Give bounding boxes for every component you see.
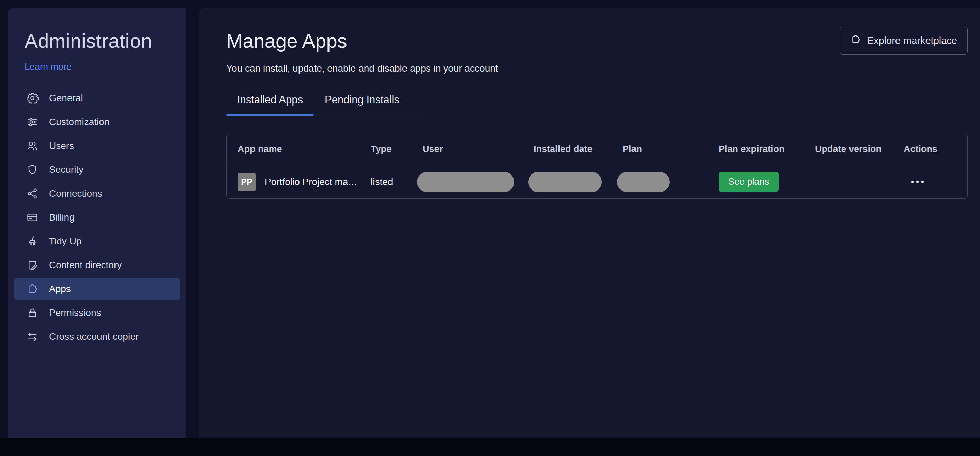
sidebar-item-tidy-up[interactable]: Tidy Up bbox=[14, 230, 180, 252]
credit-card-icon bbox=[26, 211, 39, 224]
redacted-plan-pill bbox=[617, 172, 670, 192]
app-avatar: PP bbox=[237, 173, 256, 191]
learn-more-link[interactable]: Learn more bbox=[24, 62, 72, 72]
sidebar-item-label: Content directory bbox=[49, 260, 122, 271]
cell-plan bbox=[612, 172, 708, 192]
app-type-text: listed bbox=[371, 177, 393, 187]
main-content: Manage Apps You can install, update, ena… bbox=[199, 8, 980, 438]
ellipsis-icon[interactable] bbox=[911, 181, 924, 183]
explore-marketplace-label: Explore marketplace bbox=[867, 35, 957, 46]
explore-marketplace-button[interactable]: Explore marketplace bbox=[840, 27, 968, 54]
table-row: PP Portfolio Project ma… listed See plan… bbox=[227, 165, 967, 198]
cell-type: listed bbox=[360, 177, 412, 187]
column-header-update-version: Update version bbox=[804, 144, 893, 155]
tab-installed-apps[interactable]: Installed Apps bbox=[226, 94, 314, 115]
cell-installed-date bbox=[523, 172, 612, 192]
sidebar-item-label: Tidy Up bbox=[49, 236, 81, 247]
apps-table: App name Type User Installed date Plan P… bbox=[226, 133, 968, 199]
cell-app-name: PP Portfolio Project ma… bbox=[227, 173, 360, 191]
cell-plan-expiration: See plans bbox=[708, 172, 804, 191]
column-header-actions: Actions bbox=[893, 144, 967, 155]
shield-icon bbox=[26, 163, 39, 176]
sidebar-item-general[interactable]: General bbox=[14, 87, 180, 109]
broom-icon bbox=[26, 235, 39, 248]
sidebar-item-billing[interactable]: Billing bbox=[14, 207, 180, 228]
lock-icon bbox=[26, 306, 39, 319]
sidebar-item-customization[interactable]: Customization bbox=[14, 111, 180, 133]
swap-arrows-icon bbox=[26, 330, 39, 343]
sidebar-item-apps[interactable]: Apps bbox=[14, 278, 180, 300]
page-subtitle: You can install, update, enable and disa… bbox=[226, 63, 498, 74]
sidebar-item-users[interactable]: Users bbox=[14, 135, 180, 157]
app-name-text: Portfolio Project ma… bbox=[265, 177, 358, 187]
column-header-type: Type bbox=[360, 144, 412, 155]
sidebar: Administration Learn more General Custom… bbox=[8, 8, 186, 438]
sidebar-item-cross-account-copier[interactable]: Cross account copier bbox=[14, 326, 180, 348]
tab-pending-installs[interactable]: Pending Installs bbox=[314, 94, 426, 115]
tabs: Installed Apps Pending Installs bbox=[226, 94, 426, 115]
sidebar-item-security[interactable]: Security bbox=[14, 159, 180, 181]
nodes-icon bbox=[26, 187, 39, 200]
sidebar-item-permissions[interactable]: Permissions bbox=[14, 302, 180, 324]
sidebar-nav: General Customization Users Security bbox=[14, 87, 180, 348]
redacted-date-pill bbox=[528, 172, 602, 192]
document-edit-icon bbox=[26, 259, 39, 272]
main-header: Manage Apps You can install, update, ena… bbox=[226, 27, 968, 74]
column-header-app-name: App name bbox=[227, 144, 360, 155]
cell-user bbox=[412, 172, 523, 192]
redacted-user-pill bbox=[417, 172, 514, 192]
see-plans-button[interactable]: See plans bbox=[719, 172, 779, 191]
sidebar-item-label: Permissions bbox=[49, 308, 101, 318]
sidebar-item-content-directory[interactable]: Content directory bbox=[14, 254, 180, 276]
page-title: Manage Apps bbox=[226, 29, 498, 52]
column-header-installed-date: Installed date bbox=[523, 144, 612, 155]
sidebar-item-label: Users bbox=[49, 140, 74, 151]
sidebar-item-connections[interactable]: Connections bbox=[14, 183, 180, 204]
puzzle-icon bbox=[26, 282, 39, 295]
column-header-plan: Plan bbox=[612, 144, 708, 155]
bottom-strip bbox=[0, 438, 980, 456]
sidebar-item-label: Connections bbox=[49, 188, 102, 199]
puzzle-icon bbox=[850, 34, 861, 47]
cell-actions bbox=[893, 181, 967, 183]
table-header-row: App name Type User Installed date Plan P… bbox=[227, 133, 967, 165]
admin-window: Administration Learn more General Custom… bbox=[8, 8, 980, 438]
sidebar-item-label: Customization bbox=[49, 116, 110, 128]
sidebar-item-label: General bbox=[49, 93, 83, 104]
sidebar-item-label: Apps bbox=[49, 284, 71, 295]
sliders-icon bbox=[26, 116, 39, 129]
column-header-user: User bbox=[412, 144, 523, 155]
column-header-plan-expiration: Plan expiration bbox=[708, 144, 804, 155]
sidebar-item-label: Security bbox=[49, 164, 83, 175]
sidebar-item-label: Billing bbox=[49, 212, 75, 223]
sidebar-item-label: Cross account copier bbox=[49, 331, 139, 342]
sidebar-title: Administration bbox=[24, 29, 176, 52]
users-icon bbox=[26, 139, 39, 152]
gear-icon bbox=[26, 92, 39, 105]
